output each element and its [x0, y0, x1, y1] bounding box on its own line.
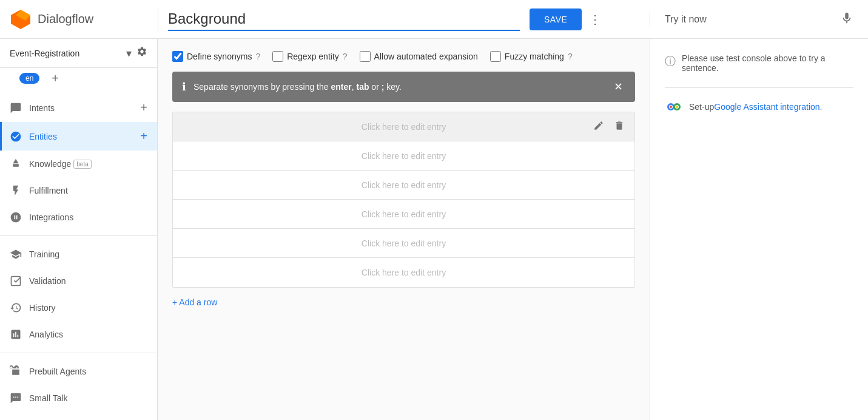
regexp-entity-option[interactable]: Regexp entity ? — [272, 51, 347, 62]
entity-row-placeholder: Click here to edit entry — [183, 122, 625, 132]
fuzzy-matching-option[interactable]: Fuzzy matching ? — [490, 51, 573, 62]
add-entity-button[interactable]: + — [140, 129, 147, 143]
entity-table: Click here to edit entry Click here to e… — [172, 112, 635, 288]
table-row[interactable]: Click here to edit entry — [173, 229, 634, 258]
define-synonyms-checkbox[interactable] — [172, 51, 183, 62]
save-button[interactable]: SAVE — [530, 8, 582, 30]
nav-divider-2 — [0, 353, 157, 353]
options-row: Define synonyms ? Regexp entity ? Allow … — [172, 51, 635, 62]
agent-dropdown-icon[interactable]: ▾ — [126, 47, 132, 60]
allow-automated-expansion-option[interactable]: Allow automated expansion — [360, 51, 478, 62]
more-options-button[interactable]: ⋮ — [584, 7, 606, 32]
sidebar-item-training[interactable]: Training — [0, 241, 157, 268]
entity-row-placeholder: Click here to edit entry — [183, 268, 625, 277]
google-assistant-link[interactable]: Google Assistant integration. — [714, 102, 822, 112]
add-language-button[interactable]: + — [52, 72, 59, 86]
training-icon — [10, 248, 22, 260]
fuzzy-matching-help-icon[interactable]: ? — [568, 52, 573, 61]
info-banner-icon: ℹ — [182, 80, 186, 93]
try-it-label: Try it now — [665, 14, 707, 25]
sidebar-item-validation[interactable]: Validation — [0, 268, 157, 294]
info-banner-close-button[interactable]: ✕ — [611, 80, 625, 93]
history-icon — [10, 302, 22, 314]
training-label: Training — [29, 249, 59, 259]
analytics-icon — [10, 328, 22, 340]
chat-icon — [10, 102, 22, 114]
allow-automated-expansion-checkbox[interactable] — [360, 51, 371, 62]
sidebar-item-integrations[interactable]: Integrations — [0, 204, 157, 231]
knowledge-label: Knowledge — [29, 159, 71, 169]
sidebar-item-entities[interactable]: Entities + — [0, 122, 157, 151]
table-row[interactable]: Click here to edit entry — [173, 171, 634, 200]
delete-row-button[interactable] — [611, 118, 627, 136]
sidebar-item-analytics[interactable]: Analytics — [0, 321, 157, 348]
ga-prefix: Set-up — [689, 102, 714, 112]
validation-label: Validation — [29, 276, 66, 286]
nav-divider-1 — [0, 235, 157, 236]
validation-icon — [10, 275, 22, 287]
prebuilt-agents-label: Prebuilt Agents — [29, 367, 86, 376]
right-divider — [665, 87, 853, 88]
sidebar-item-small-talk[interactable]: Small Talk — [0, 385, 157, 412]
svg-rect-4 — [12, 277, 21, 286]
sidebar-item-fulfillment[interactable]: Fulfillment — [0, 177, 157, 204]
lang-row: en + — [0, 68, 157, 93]
fuzzy-matching-checkbox[interactable] — [490, 51, 501, 62]
table-row[interactable]: Click here to edit entry — [173, 258, 634, 287]
analytics-label: Analytics — [29, 330, 63, 339]
regexp-entity-checkbox[interactable] — [272, 51, 283, 62]
knowledge-icon — [10, 158, 22, 170]
fulfillment-label: Fulfillment — [29, 186, 68, 195]
sidebar-item-intents[interactable]: Intents + — [0, 93, 157, 122]
agent-settings-icon[interactable] — [136, 46, 147, 60]
svg-point-9 — [670, 106, 672, 108]
allow-automated-expansion-label: Allow automated expansion — [374, 52, 478, 61]
main-header: SAVE ⋮ — [158, 7, 650, 32]
dialogflow-logo-icon — [10, 8, 32, 30]
row-actions — [591, 118, 627, 136]
prebuilt-icon — [10, 365, 22, 378]
table-row[interactable]: Click here to edit entry — [173, 112, 634, 141]
table-row[interactable]: Click here to edit entry — [173, 200, 634, 229]
entity-name-input[interactable] — [168, 8, 520, 31]
small-talk-icon — [10, 392, 22, 404]
google-assistant-logo — [665, 98, 683, 116]
main-layout: Event-Registration ▾ en + Intents + Enti… — [0, 39, 868, 420]
integrations-icon — [10, 211, 22, 223]
info-banner: ℹ Separate synonyms by pressing the ente… — [172, 72, 635, 102]
define-synonyms-label: Define synonyms — [187, 52, 252, 61]
try-it-area: Try it now — [650, 12, 868, 27]
logo-area: Dialogflow — [0, 8, 158, 30]
right-panel-info: ⓘ Please use test console above to try a… — [665, 53, 853, 73]
microphone-button[interactable] — [840, 12, 853, 27]
add-row-link[interactable]: + Add a row — [172, 297, 217, 307]
table-row[interactable]: Click here to edit entry — [173, 141, 634, 171]
content-area: Define synonyms ? Regexp entity ? Allow … — [158, 39, 650, 420]
add-intent-button[interactable]: + — [140, 101, 147, 115]
entity-row-placeholder: Click here to edit entry — [183, 180, 625, 190]
regexp-entity-label: Regexp entity — [287, 52, 339, 61]
top-bar: Dialogflow SAVE ⋮ Try it now — [0, 0, 868, 39]
right-panel-info-text: Please use test console above to try a s… — [682, 53, 853, 73]
beta-badge: beta — [73, 160, 91, 169]
sidebar-item-history[interactable]: History — [0, 294, 157, 321]
entity-icon — [10, 130, 22, 143]
language-badge[interactable]: en — [19, 73, 39, 84]
info-banner-text: Separate synonyms by pressing the enter,… — [193, 82, 611, 92]
fuzzy-matching-label: Fuzzy matching — [505, 52, 564, 61]
sidebar-item-prebuilt-agents[interactable]: Prebuilt Agents — [0, 358, 157, 385]
integrations-label: Integrations — [29, 212, 73, 222]
app-name: Dialogflow — [38, 12, 93, 26]
right-panel: ⓘ Please use test console above to try a… — [650, 39, 868, 420]
define-synonyms-help-icon[interactable]: ? — [255, 52, 260, 61]
define-synonyms-option[interactable]: Define synonyms ? — [172, 51, 260, 62]
svg-point-10 — [676, 106, 678, 108]
regexp-entity-help-icon[interactable]: ? — [343, 52, 348, 61]
small-talk-label: Small Talk — [29, 393, 68, 403]
edit-row-button[interactable] — [591, 118, 607, 136]
sidebar: Event-Registration ▾ en + Intents + Enti… — [0, 39, 158, 420]
intents-label: Intents — [29, 103, 55, 113]
agent-name: Event-Registration — [10, 49, 124, 58]
info-circle-icon: ⓘ — [665, 54, 676, 69]
sidebar-item-knowledge[interactable]: Knowledge beta — [0, 151, 157, 177]
